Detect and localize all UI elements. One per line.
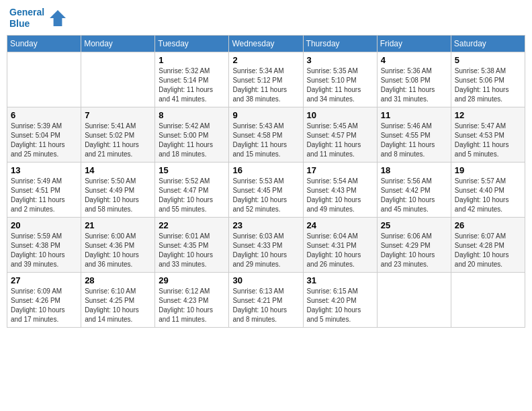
calendar-week-row: 6Sunrise: 5:39 AM Sunset: 5:04 PM Daylig…	[7, 107, 525, 162]
day-number: 24	[307, 220, 373, 230]
calendar-cell: 1Sunrise: 5:32 AM Sunset: 5:14 PM Daylig…	[155, 52, 229, 107]
day-of-week-header: Sunday	[7, 35, 81, 52]
calendar-cell: 2Sunrise: 5:34 AM Sunset: 5:12 PM Daylig…	[229, 52, 303, 107]
calendar-cell: 17Sunrise: 5:54 AM Sunset: 4:43 PM Dayli…	[303, 162, 377, 217]
calendar-cell: 6Sunrise: 5:39 AM Sunset: 5:04 PM Daylig…	[7, 107, 81, 162]
day-info: Sunrise: 6:10 AM Sunset: 4:25 PM Dayligh…	[85, 287, 151, 324]
calendar-week-row: 20Sunrise: 5:59 AM Sunset: 4:38 PM Dayli…	[7, 217, 525, 272]
logo: General Blue	[9, 7, 69, 30]
calendar-cell	[377, 272, 451, 327]
day-info: Sunrise: 5:54 AM Sunset: 4:43 PM Dayligh…	[307, 177, 373, 214]
day-info: Sunrise: 5:36 AM Sunset: 5:08 PM Dayligh…	[381, 66, 447, 104]
calendar-cell: 8Sunrise: 5:42 AM Sunset: 5:00 PM Daylig…	[155, 107, 229, 162]
day-number: 31	[307, 275, 373, 285]
day-number: 18	[381, 165, 447, 175]
day-number: 29	[159, 275, 225, 285]
svg-marker-0	[50, 10, 66, 26]
day-info: Sunrise: 5:59 AM Sunset: 4:38 PM Dayligh…	[11, 232, 77, 269]
day-info: Sunrise: 5:49 AM Sunset: 4:51 PM Dayligh…	[11, 177, 77, 214]
day-info: Sunrise: 5:57 AM Sunset: 4:40 PM Dayligh…	[455, 177, 521, 214]
calendar-cell: 24Sunrise: 6:04 AM Sunset: 4:31 PM Dayli…	[303, 217, 377, 272]
day-number: 4	[381, 55, 447, 65]
day-number: 27	[11, 275, 77, 285]
day-number: 16	[232, 165, 299, 175]
day-number: 14	[85, 165, 151, 175]
day-of-week-header: Saturday	[451, 35, 525, 52]
calendar-cell: 26Sunrise: 6:07 AM Sunset: 4:28 PM Dayli…	[451, 217, 525, 272]
calendar-cell: 14Sunrise: 5:50 AM Sunset: 4:49 PM Dayli…	[81, 162, 155, 217]
day-info: Sunrise: 5:50 AM Sunset: 4:49 PM Dayligh…	[85, 177, 151, 214]
logo-icon	[47, 7, 69, 29]
day-number: 28	[85, 275, 151, 285]
calendar-cell: 4Sunrise: 5:36 AM Sunset: 5:08 PM Daylig…	[377, 52, 451, 107]
day-info: Sunrise: 5:47 AM Sunset: 4:53 PM Dayligh…	[455, 122, 521, 159]
calendar-cell: 31Sunrise: 6:15 AM Sunset: 4:20 PM Dayli…	[303, 272, 377, 327]
day-number: 20	[11, 220, 77, 230]
day-info: Sunrise: 5:32 AM Sunset: 5:14 PM Dayligh…	[159, 66, 225, 104]
calendar-cell: 20Sunrise: 5:59 AM Sunset: 4:38 PM Dayli…	[7, 217, 81, 272]
day-info: Sunrise: 6:09 AM Sunset: 4:26 PM Dayligh…	[11, 287, 77, 324]
day-info: Sunrise: 5:46 AM Sunset: 4:55 PM Dayligh…	[381, 122, 447, 159]
calendar-week-row: 27Sunrise: 6:09 AM Sunset: 4:26 PM Dayli…	[7, 272, 525, 327]
calendar-cell: 15Sunrise: 5:52 AM Sunset: 4:47 PM Dayli…	[155, 162, 229, 217]
day-info: Sunrise: 5:56 AM Sunset: 4:42 PM Dayligh…	[381, 177, 447, 214]
day-number: 7	[85, 110, 151, 120]
day-info: Sunrise: 5:38 AM Sunset: 5:06 PM Dayligh…	[455, 66, 521, 104]
day-info: Sunrise: 5:35 AM Sunset: 5:10 PM Dayligh…	[307, 66, 373, 104]
day-info: Sunrise: 6:15 AM Sunset: 4:20 PM Dayligh…	[307, 287, 373, 324]
calendar-header: SundayMondayTuesdayWednesdayThursdayFrid…	[7, 35, 525, 52]
calendar-cell: 21Sunrise: 6:00 AM Sunset: 4:36 PM Dayli…	[81, 217, 155, 272]
day-number: 1	[159, 55, 225, 65]
calendar-table: SundayMondayTuesdayWednesdayThursdayFrid…	[7, 35, 525, 328]
calendar-cell: 16Sunrise: 5:53 AM Sunset: 4:45 PM Dayli…	[229, 162, 303, 217]
calendar-cell: 7Sunrise: 5:41 AM Sunset: 5:02 PM Daylig…	[81, 107, 155, 162]
day-number: 25	[381, 220, 447, 230]
day-info: Sunrise: 6:13 AM Sunset: 4:21 PM Dayligh…	[232, 287, 299, 324]
day-info: Sunrise: 6:01 AM Sunset: 4:35 PM Dayligh…	[159, 232, 225, 269]
day-info: Sunrise: 6:06 AM Sunset: 4:29 PM Dayligh…	[381, 232, 447, 269]
day-info: Sunrise: 6:12 AM Sunset: 4:23 PM Dayligh…	[159, 287, 225, 324]
day-info: Sunrise: 6:00 AM Sunset: 4:36 PM Dayligh…	[85, 232, 151, 269]
calendar-cell: 18Sunrise: 5:56 AM Sunset: 4:42 PM Dayli…	[377, 162, 451, 217]
day-info: Sunrise: 5:53 AM Sunset: 4:45 PM Dayligh…	[232, 177, 299, 214]
day-number: 23	[232, 220, 299, 230]
day-of-week-header: Tuesday	[155, 35, 229, 52]
calendar-cell: 19Sunrise: 5:57 AM Sunset: 4:40 PM Dayli…	[451, 162, 525, 217]
calendar-cell: 23Sunrise: 6:03 AM Sunset: 4:33 PM Dayli…	[229, 217, 303, 272]
day-info: Sunrise: 6:04 AM Sunset: 4:31 PM Dayligh…	[307, 232, 373, 269]
calendar-cell: 3Sunrise: 5:35 AM Sunset: 5:10 PM Daylig…	[303, 52, 377, 107]
calendar-cell: 25Sunrise: 6:06 AM Sunset: 4:29 PM Dayli…	[377, 217, 451, 272]
calendar-cell	[7, 52, 81, 107]
calendar-cell: 30Sunrise: 6:13 AM Sunset: 4:21 PM Dayli…	[229, 272, 303, 327]
day-number: 13	[11, 165, 77, 175]
logo-text: General	[9, 7, 44, 18]
day-of-week-header: Friday	[377, 35, 451, 52]
day-info: Sunrise: 5:42 AM Sunset: 5:00 PM Dayligh…	[159, 122, 225, 159]
calendar-cell	[451, 272, 525, 327]
calendar-cell: 12Sunrise: 5:47 AM Sunset: 4:53 PM Dayli…	[451, 107, 525, 162]
day-number: 6	[11, 110, 77, 120]
calendar-cell: 10Sunrise: 5:45 AM Sunset: 4:57 PM Dayli…	[303, 107, 377, 162]
day-number: 30	[232, 275, 299, 285]
day-number: 11	[381, 110, 447, 120]
day-info: Sunrise: 5:43 AM Sunset: 4:58 PM Dayligh…	[232, 122, 299, 159]
calendar-cell: 11Sunrise: 5:46 AM Sunset: 4:55 PM Dayli…	[377, 107, 451, 162]
day-number: 9	[232, 110, 299, 120]
day-of-week-header: Wednesday	[229, 35, 303, 52]
calendar-cell: 27Sunrise: 6:09 AM Sunset: 4:26 PM Dayli…	[7, 272, 81, 327]
calendar-week-row: 13Sunrise: 5:49 AM Sunset: 4:51 PM Dayli…	[7, 162, 525, 217]
day-number: 21	[85, 220, 151, 230]
calendar-cell: 29Sunrise: 6:12 AM Sunset: 4:23 PM Dayli…	[155, 272, 229, 327]
calendar-cell: 9Sunrise: 5:43 AM Sunset: 4:58 PM Daylig…	[229, 107, 303, 162]
day-number: 5	[455, 55, 521, 65]
day-info: Sunrise: 5:34 AM Sunset: 5:12 PM Dayligh…	[232, 66, 299, 104]
day-number: 3	[307, 55, 373, 65]
day-info: Sunrise: 5:39 AM Sunset: 5:04 PM Dayligh…	[11, 122, 77, 159]
day-number: 12	[455, 110, 521, 120]
day-info: Sunrise: 5:52 AM Sunset: 4:47 PM Dayligh…	[159, 177, 225, 214]
calendar-cell: 5Sunrise: 5:38 AM Sunset: 5:06 PM Daylig…	[451, 52, 525, 107]
calendar-week-row: 1Sunrise: 5:32 AM Sunset: 5:14 PM Daylig…	[7, 52, 525, 107]
day-number: 10	[307, 110, 373, 120]
day-number: 19	[455, 165, 521, 175]
day-number: 22	[159, 220, 225, 230]
